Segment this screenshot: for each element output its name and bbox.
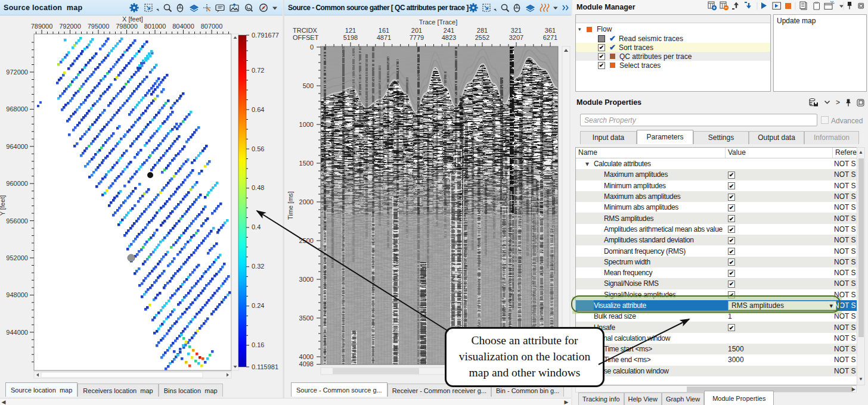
svg-text:798000: 798000 xyxy=(116,23,138,30)
svg-text:241: 241 xyxy=(444,27,454,34)
svg-text:3000: 3000 xyxy=(299,276,314,283)
svg-text:2552: 2552 xyxy=(475,34,489,41)
svg-text:7779: 7779 xyxy=(410,34,424,41)
svg-text:161: 161 xyxy=(379,27,389,34)
svg-text:4823: 4823 xyxy=(442,34,456,41)
svg-text:Y [feet]: Y [feet] xyxy=(0,195,6,216)
svg-text:0.791677: 0.791677 xyxy=(252,32,279,39)
svg-text:TRCIDX: TRCIDX xyxy=(293,27,318,34)
svg-text:801000: 801000 xyxy=(144,23,166,30)
svg-text:948000: 948000 xyxy=(6,291,28,298)
svg-text:Trace [Trace]: Trace [Trace] xyxy=(419,18,458,26)
svg-text:807000: 807000 xyxy=(201,23,223,30)
svg-text:361: 361 xyxy=(545,27,556,34)
svg-text:3207: 3207 xyxy=(509,34,523,41)
svg-text:X [feet]: X [feet] xyxy=(122,15,143,23)
svg-text:500: 500 xyxy=(303,82,314,89)
svg-text:944000: 944000 xyxy=(6,329,28,336)
svg-text:0.72: 0.72 xyxy=(252,67,264,74)
svg-text:0.32: 0.32 xyxy=(252,263,264,270)
svg-text:3500: 3500 xyxy=(299,314,314,322)
svg-text:6271: 6271 xyxy=(543,34,557,41)
svg-text:964000: 964000 xyxy=(6,143,28,150)
svg-text:792000: 792000 xyxy=(59,23,81,30)
svg-text:795000: 795000 xyxy=(88,23,110,30)
svg-text:0.64: 0.64 xyxy=(252,106,264,113)
svg-text:0.48: 0.48 xyxy=(252,184,264,191)
svg-text:4871: 4871 xyxy=(377,34,391,41)
svg-text:804000: 804000 xyxy=(172,23,194,30)
svg-text:960000: 960000 xyxy=(6,180,28,187)
svg-text:0.16: 0.16 xyxy=(252,341,264,348)
svg-text:Time [ms]: Time [ms] xyxy=(287,191,294,220)
svg-text:4098: 4098 xyxy=(299,360,314,367)
svg-text:0: 0 xyxy=(310,43,314,51)
svg-text:789000: 789000 xyxy=(31,23,53,30)
svg-text:281: 281 xyxy=(477,27,488,34)
svg-text:0.115981: 0.115981 xyxy=(252,363,278,370)
svg-text:2000: 2000 xyxy=(299,198,314,205)
svg-text:952000: 952000 xyxy=(6,254,28,261)
svg-text:2500: 2500 xyxy=(299,237,314,244)
svg-text:321: 321 xyxy=(511,27,522,34)
svg-text:1500: 1500 xyxy=(299,160,314,167)
svg-text:956000: 956000 xyxy=(6,217,28,225)
svg-text:0.24: 0.24 xyxy=(252,302,264,309)
svg-text:0.4: 0.4 xyxy=(252,223,261,230)
svg-text:121: 121 xyxy=(345,27,356,34)
svg-text:201: 201 xyxy=(411,27,422,34)
svg-text:972000: 972000 xyxy=(6,68,28,76)
svg-text:4000: 4000 xyxy=(299,353,314,360)
svg-text:0.56: 0.56 xyxy=(252,145,264,152)
svg-text:968000: 968000 xyxy=(6,105,28,113)
svg-text:5198: 5198 xyxy=(343,34,358,41)
svg-text:OFFSET: OFFSET xyxy=(293,34,319,41)
svg-text:1000: 1000 xyxy=(299,121,314,128)
